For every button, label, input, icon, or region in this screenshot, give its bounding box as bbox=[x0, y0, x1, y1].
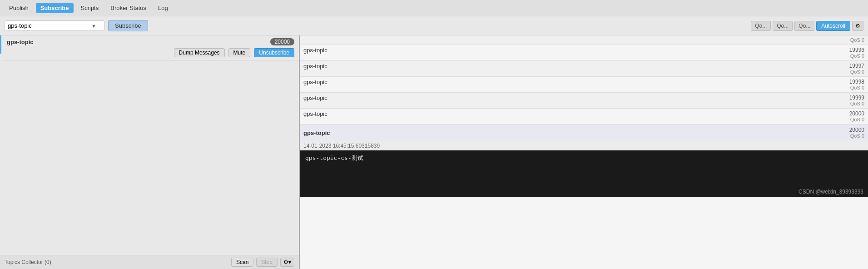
message-qos-3: QoS 0 bbox=[850, 101, 864, 106]
topic-color-bar bbox=[0, 35, 1, 54]
table-row: gps-topic 19998 QoS 0 bbox=[300, 77, 868, 93]
settings-button[interactable]: ⚙ bbox=[852, 21, 863, 31]
collector-settings-button[interactable]: ⚙▾ bbox=[280, 258, 294, 267]
message-topic-4: gps-topic bbox=[303, 110, 828, 117]
message-qos-header: QoS 0 bbox=[850, 37, 864, 43]
left-panel: gps-topic 20000 Dump Messages Mute Unsub… bbox=[0, 35, 300, 269]
topic-actions: Dump Messages Mute Unsubscribe bbox=[7, 48, 294, 57]
main-content: gps-topic 20000 Dump Messages Mute Unsub… bbox=[0, 35, 868, 269]
nav-subscribe[interactable]: Subscribe bbox=[36, 3, 74, 13]
dropdown-arrow-icon[interactable]: ▼ bbox=[91, 23, 96, 29]
message-count-2: 19998 bbox=[849, 79, 864, 85]
message-meta-3: 19999 QoS 0 bbox=[828, 95, 864, 106]
topic-header-area: gps-topic 20000 Dump Messages Mute Unsub… bbox=[2, 35, 299, 60]
table-row: gps-topic 19999 QoS 0 bbox=[300, 93, 868, 109]
nav-log[interactable]: Log bbox=[154, 3, 173, 13]
qos-button-3[interactable]: Qo... bbox=[794, 21, 814, 31]
message-payload: gps-topic-cs-测试 bbox=[300, 150, 868, 187]
message-row-header: QoS 0 bbox=[300, 35, 868, 45]
qos-button-1[interactable]: Qo... bbox=[751, 21, 771, 31]
message-topic-2: gps-topic bbox=[303, 79, 828, 85]
message-topic-1: gps-topic bbox=[303, 63, 828, 70]
nav-broker-status[interactable]: Broker Status bbox=[106, 3, 151, 13]
message-meta-1: 19997 QoS 0 bbox=[828, 63, 864, 75]
message-meta-4: 20000 QoS 0 bbox=[828, 110, 864, 122]
expanded-timestamp: 14-01-2023 16:45:15.60315839 bbox=[300, 141, 868, 150]
message-topic-0: gps-topic bbox=[303, 47, 828, 54]
message-qos-4: QoS 0 bbox=[850, 117, 864, 122]
stop-button[interactable]: Stop bbox=[256, 258, 278, 267]
nav-publish[interactable]: Publish bbox=[5, 3, 33, 13]
subscribe-button[interactable]: Subscribe bbox=[108, 20, 148, 31]
topic-input[interactable] bbox=[8, 22, 89, 29]
unsubscribe-button[interactable]: Unsubscribe bbox=[254, 48, 294, 57]
message-count-0: 19996 bbox=[849, 47, 864, 53]
message-meta-header: QoS 0 bbox=[828, 37, 864, 43]
expanded-count: 20000 bbox=[849, 127, 864, 133]
expanded-meta-right: 20000 QoS 0 bbox=[828, 127, 864, 139]
top-nav: Publish Subscribe Scripts Broker Status … bbox=[0, 0, 868, 16]
scan-button[interactable]: Scan bbox=[231, 258, 253, 267]
table-row: gps-topic 19996 QoS 0 bbox=[300, 45, 868, 61]
watermark: CSDN @weixin_39393393 bbox=[300, 187, 868, 197]
qos-controls: Qo... Qo... Qo... Autoscroll ⚙ bbox=[751, 21, 863, 31]
table-row: gps-topic 19997 QoS 0 bbox=[300, 61, 868, 77]
autoscroll-button[interactable]: Autoscroll bbox=[816, 21, 850, 31]
topics-collector: Topics Collector (0) Scan Stop ⚙▾ bbox=[0, 255, 299, 269]
message-meta-2: 19998 QoS 0 bbox=[828, 79, 864, 90]
collector-label: Topics Collector (0) bbox=[5, 259, 228, 265]
message-count-4: 20000 bbox=[849, 110, 864, 117]
expanded-qos: QoS 0 bbox=[850, 133, 864, 139]
expanded-message: gps-topic 20000 QoS 0 14-01-2023 16:45:1… bbox=[300, 125, 868, 197]
topic-item: gps-topic 20000 Dump Messages Mute Unsub… bbox=[0, 35, 299, 60]
message-list: QoS 0 gps-topic 19996 QoS 0 gps-topic 19… bbox=[300, 35, 868, 269]
topic-name: gps-topic bbox=[7, 39, 34, 45]
message-qos-0: QoS 0 bbox=[850, 53, 864, 59]
expanded-topic: gps-topic bbox=[303, 130, 330, 136]
mute-button[interactable]: Mute bbox=[228, 48, 251, 57]
table-row: gps-topic 20000 QoS 0 bbox=[300, 109, 868, 125]
subscribe-bar: ▼ Subscribe Qo... Qo... Qo... Autoscroll… bbox=[0, 16, 868, 35]
topic-input-wrap: ▼ bbox=[5, 20, 104, 31]
timestamp-label: 14-01-2023 16:45:15.60315839 bbox=[303, 143, 380, 149]
expanded-message-header: gps-topic 20000 QoS 0 bbox=[300, 125, 868, 141]
left-spacer bbox=[0, 60, 299, 255]
message-topic-3: gps-topic bbox=[303, 95, 828, 101]
qos-button-2[interactable]: Qo... bbox=[773, 21, 793, 31]
nav-scripts[interactable]: Scripts bbox=[76, 3, 104, 13]
right-panel: QoS 0 gps-topic 19996 QoS 0 gps-topic 19… bbox=[300, 35, 868, 269]
topic-header: gps-topic 20000 bbox=[7, 38, 294, 45]
message-qos-1: QoS 0 bbox=[850, 69, 864, 75]
message-count-3: 19999 bbox=[849, 95, 864, 101]
message-meta-0: 19996 QoS 0 bbox=[828, 47, 864, 59]
message-count-1: 19997 bbox=[849, 63, 864, 69]
topic-count-badge: 20000 bbox=[270, 38, 294, 45]
dump-messages-button[interactable]: Dump Messages bbox=[174, 48, 225, 57]
message-qos-2: QoS 0 bbox=[850, 85, 864, 90]
